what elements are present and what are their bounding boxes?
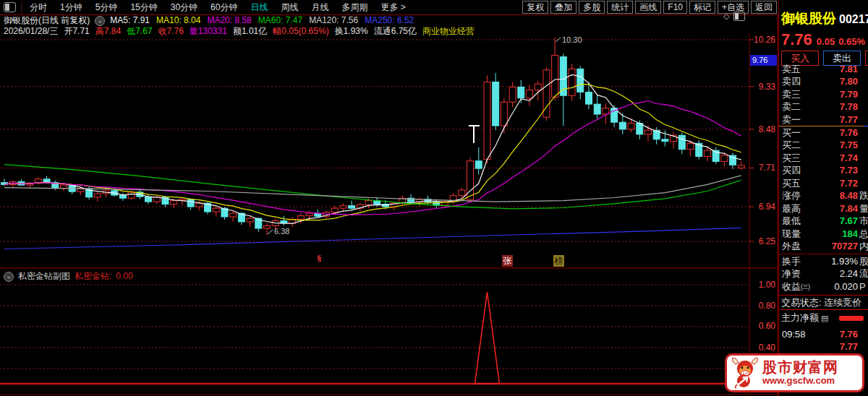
- period-item-30[interactable]: 30分钟: [171, 1, 197, 14]
- ma-legend-item: MA120: 7.56: [309, 15, 358, 25]
- sub-indicator-value: 0.00: [116, 272, 132, 281]
- stat-next-col-fragment: 内: [859, 240, 868, 253]
- order-level-label: 卖五: [782, 63, 801, 75]
- tick-price: 7.77: [840, 340, 858, 353]
- ma-legend-item: MA20: 8.58: [207, 15, 251, 25]
- order-book-row[interactable]: 买五7.72: [779, 177, 868, 189]
- trade-status: 交易状态: 连续竞价: [779, 295, 868, 310]
- stat-label: 收益㈢: [782, 281, 810, 292]
- diamond-icon[interactable]: ◇: [723, 12, 729, 21]
- stat-row: 收益㈢0.020P: [779, 280, 868, 293]
- stat-row: 换手1.93%股: [779, 255, 868, 268]
- info-item: 换1.93%: [335, 25, 368, 38]
- sub-indicator-label: 私密金钻:: [75, 272, 111, 281]
- period-item-[interactable]: 周线: [281, 1, 298, 14]
- order-level-label: 卖二: [782, 100, 801, 113]
- order-book-row[interactable]: 卖三7.79: [779, 88, 868, 100]
- sub-axis-label: 0.80: [751, 301, 775, 311]
- period-item-5[interactable]: 5分钟: [95, 1, 118, 14]
- stat-label: 净资: [782, 268, 801, 279]
- period-item-[interactable]: 分时: [30, 1, 47, 14]
- stat-next-col-fragment: 市: [859, 215, 868, 228]
- sub-indicator[interactable]: [0, 285, 749, 384]
- tick-time: 09:58: [782, 328, 806, 340]
- stat-label: 最高: [782, 203, 801, 214]
- info-item: 2026/01/28/三: [4, 25, 58, 38]
- ma-legend: MA5: 7.91MA10: 8.04MA20: 8.58MA60: 7.47M…: [110, 16, 420, 25]
- svg-text:10.30: 10.30: [562, 35, 582, 44]
- price-axis-label: 7.71: [751, 163, 775, 173]
- main-force-label: 主力净额: [781, 312, 819, 323]
- info-item: 高7.84: [95, 25, 121, 38]
- tool-item-[interactable]: 画线: [635, 1, 661, 14]
- window-icon[interactable]: [4, 2, 16, 12]
- stat-row: 净资2.24流: [779, 267, 868, 280]
- info-item: 开7.71: [64, 25, 89, 38]
- order-level-price: 7.77: [840, 113, 858, 126]
- signal-marker[interactable]: §: [317, 253, 322, 264]
- stat-next-col-fragment: 流: [859, 267, 868, 280]
- split-window-icon[interactable]: [733, 12, 745, 21]
- order-book-row[interactable]: 卖二7.78: [779, 100, 868, 113]
- price-axis-highlight: 9.76: [750, 55, 777, 66]
- tick-row: 7.77: [779, 340, 868, 353]
- order-level-price: 7.79: [840, 88, 858, 100]
- period-menu: 分时1分钟5分钟15分钟30分钟60分钟日线周线月线多周期更多 >: [21, 1, 406, 14]
- period-item-60[interactable]: 60分钟: [210, 1, 237, 14]
- tool-item-F10[interactable]: F10: [663, 1, 687, 14]
- tool-item-[interactable]: 返回: [751, 1, 777, 14]
- tool-item-[interactable]: 多股: [579, 1, 605, 14]
- order-book-divider: [779, 126, 868, 126]
- last-price: 7.76: [781, 30, 812, 48]
- tick-price: 7.76: [840, 328, 858, 340]
- order-level-price: 7.73: [840, 164, 858, 176]
- info-item: 额1.01亿: [233, 25, 267, 38]
- stat-value: 7.67: [840, 215, 858, 228]
- tool-item-[interactable]: 统计: [607, 1, 633, 14]
- event-badge[interactable]: 张: [502, 255, 513, 267]
- order-book-row[interactable]: 买二7.75: [779, 139, 868, 151]
- stat-next-col-fragment: 股: [859, 255, 868, 268]
- ma-line-MA250: [4, 228, 741, 249]
- ma-lines: [4, 74, 741, 249]
- event-badge[interactable]: 榜: [553, 255, 564, 267]
- stat-label: 最低: [782, 215, 801, 226]
- price-axis-label: 6.94: [751, 202, 775, 212]
- tool-item-[interactable]: 标记: [689, 1, 715, 14]
- sub-axis-label: 1.00: [751, 280, 775, 290]
- collapse-chevron-icon[interactable]: ⌄: [95, 16, 105, 26]
- period-item-[interactable]: 月线: [311, 1, 328, 14]
- order-book-row[interactable]: 卖四7.80: [779, 75, 868, 87]
- order-level-price: 7.72: [840, 177, 858, 189]
- order-book-row[interactable]: 买三7.74: [779, 152, 868, 164]
- sub-indicator-header: ⌄ 私密金钻副图 私密金钻: 0.00: [4, 272, 133, 281]
- main-force-bar: [839, 316, 864, 321]
- order-book-row[interactable]: 卖五7.81: [779, 63, 868, 75]
- order-book-row[interactable]: 买四7.73: [779, 164, 868, 176]
- stat-next-col-fragment: P: [859, 280, 866, 293]
- order-level-label: 买五: [782, 177, 801, 189]
- period-item-[interactable]: 多周期: [341, 1, 367, 14]
- ma-legend-item: MA10: 8.04: [156, 15, 200, 25]
- stock-code: 002177: [839, 13, 868, 25]
- period-item-1[interactable]: 1分钟: [60, 1, 82, 14]
- tool-item-[interactable]: 叠加: [550, 1, 576, 14]
- order-level-label: 卖一: [782, 113, 801, 126]
- main-force-row[interactable]: 主力净额▤: [781, 311, 868, 324]
- collapse-chevron-icon[interactable]: ⌄: [4, 272, 14, 282]
- order-level-price: 7.81: [840, 63, 858, 75]
- period-item-[interactable]: 日线: [250, 1, 268, 14]
- order-book-row[interactable]: 买一7.76: [779, 126, 868, 139]
- chart-title: 御银股份(日线 前复权): [4, 16, 90, 25]
- stock-title: 御银股份002177R: [781, 9, 868, 28]
- main-chart[interactable]: 10.306.38: [0, 0, 778, 396]
- price-axis-label: 8.48: [751, 124, 775, 134]
- stat-next-col-fragment: 量: [859, 202, 868, 215]
- info-item: 低7.67: [127, 25, 152, 38]
- order-level-label: 买一: [782, 126, 801, 139]
- period-item-[interactable]: 更多 >: [380, 1, 405, 14]
- order-book-row[interactable]: 卖一7.77: [779, 113, 868, 126]
- sub-indicator-name: 私密金钻副图: [18, 272, 70, 281]
- tool-item-[interactable]: 复权: [522, 1, 548, 14]
- period-item-15[interactable]: 15分钟: [130, 1, 157, 14]
